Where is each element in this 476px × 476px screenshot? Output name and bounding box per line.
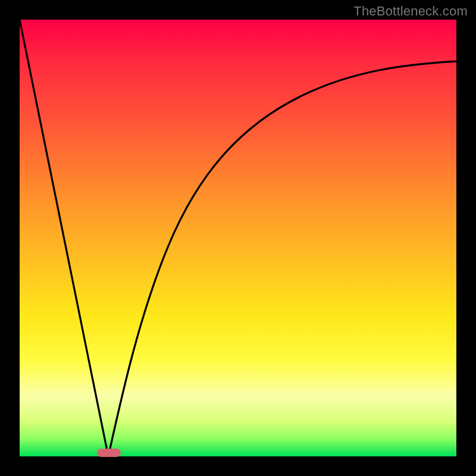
minimum-marker: [97, 449, 121, 457]
bottleneck-curve: [20, 20, 456, 456]
watermark-text: TheBottleneck.com: [353, 4, 468, 19]
curve-left-branch: [20, 20, 108, 456]
chart-frame: TheBottleneck.com: [0, 0, 476, 476]
curve-right-branch: [108, 61, 456, 456]
plot-area: [20, 20, 456, 456]
